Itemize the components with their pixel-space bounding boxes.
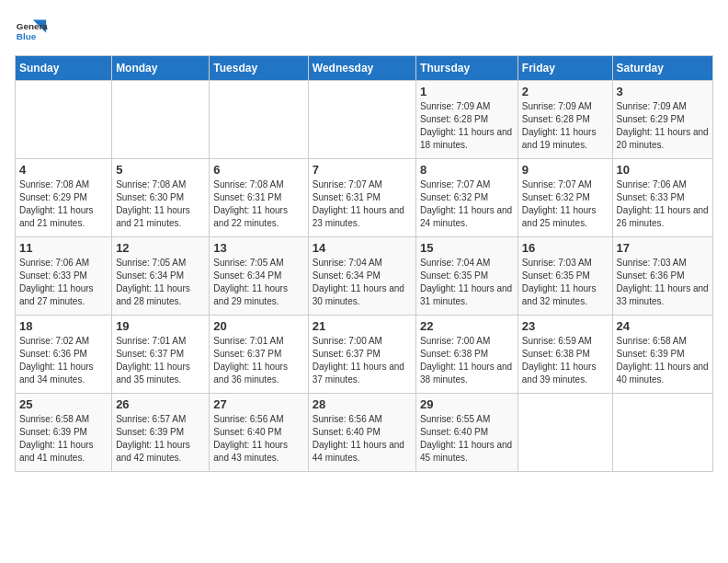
- day-cell: 8Sunrise: 7:07 AM Sunset: 6:32 PM Daylig…: [416, 159, 518, 237]
- day-info: Sunrise: 7:06 AM Sunset: 6:33 PM Dayligh…: [617, 178, 709, 230]
- day-number: 2: [522, 85, 609, 98]
- week-row-4: 18Sunrise: 7:02 AM Sunset: 6:36 PM Dayli…: [16, 316, 713, 394]
- day-number: 5: [116, 163, 205, 177]
- day-cell: 28Sunrise: 6:56 AM Sunset: 6:40 PM Dayli…: [308, 394, 415, 472]
- day-cell: 22Sunrise: 7:00 AM Sunset: 6:38 PM Dayli…: [416, 316, 518, 394]
- day-number: 4: [19, 163, 108, 177]
- column-header-thursday: Thursday: [416, 56, 518, 81]
- day-cell: 11Sunrise: 7:06 AM Sunset: 6:33 PM Dayli…: [16, 237, 112, 316]
- day-info: Sunrise: 7:04 AM Sunset: 6:35 PM Dayligh…: [420, 257, 514, 308]
- day-cell: 2Sunrise: 7:09 AM Sunset: 6:28 PM Daylig…: [518, 81, 612, 159]
- day-info: Sunrise: 7:00 AM Sunset: 6:38 PM Dayligh…: [420, 335, 514, 386]
- day-cell: 26Sunrise: 6:57 AM Sunset: 6:39 PM Dayli…: [112, 394, 210, 472]
- day-number: 10: [617, 163, 709, 177]
- day-cell: 27Sunrise: 6:56 AM Sunset: 6:40 PM Dayli…: [210, 394, 308, 472]
- day-info: Sunrise: 6:57 AM Sunset: 6:39 PM Dayligh…: [116, 413, 205, 465]
- day-cell: 9Sunrise: 7:07 AM Sunset: 6:32 PM Daylig…: [518, 159, 612, 237]
- day-cell: 20Sunrise: 7:01 AM Sunset: 6:37 PM Dayli…: [210, 316, 308, 394]
- day-number: 20: [213, 319, 303, 333]
- day-info: Sunrise: 7:05 AM Sunset: 6:34 PM Dayligh…: [116, 257, 205, 308]
- day-info: Sunrise: 7:00 AM Sunset: 6:37 PM Dayligh…: [313, 335, 412, 386]
- column-header-monday: Monday: [112, 56, 210, 81]
- day-info: Sunrise: 7:01 AM Sunset: 6:37 PM Dayligh…: [116, 335, 205, 386]
- day-info: Sunrise: 7:01 AM Sunset: 6:37 PM Dayligh…: [213, 335, 303, 386]
- day-cell: [210, 81, 308, 159]
- day-cell: 13Sunrise: 7:05 AM Sunset: 6:34 PM Dayli…: [210, 237, 308, 316]
- day-info: Sunrise: 7:09 AM Sunset: 6:28 PM Dayligh…: [420, 100, 514, 152]
- day-number: 24: [617, 319, 709, 333]
- day-number: 9: [522, 163, 609, 177]
- day-number: 6: [213, 163, 303, 177]
- day-info: Sunrise: 7:07 AM Sunset: 6:32 PM Dayligh…: [420, 178, 514, 230]
- day-cell: 24Sunrise: 6:58 AM Sunset: 6:39 PM Dayli…: [612, 316, 712, 394]
- calendar-table: SundayMondayTuesdayWednesdayThursdayFrid…: [15, 55, 713, 472]
- day-number: 3: [617, 85, 709, 98]
- day-cell: 3Sunrise: 7:09 AM Sunset: 6:29 PM Daylig…: [612, 81, 712, 159]
- day-info: Sunrise: 7:08 AM Sunset: 6:29 PM Dayligh…: [19, 178, 108, 230]
- day-info: Sunrise: 6:58 AM Sunset: 6:39 PM Dayligh…: [19, 413, 108, 465]
- day-cell: 12Sunrise: 7:05 AM Sunset: 6:34 PM Dayli…: [112, 237, 210, 316]
- day-number: 14: [313, 241, 412, 255]
- day-info: Sunrise: 6:55 AM Sunset: 6:40 PM Dayligh…: [420, 413, 514, 465]
- day-info: Sunrise: 7:04 AM Sunset: 6:34 PM Dayligh…: [313, 257, 412, 308]
- day-info: Sunrise: 7:08 AM Sunset: 6:31 PM Dayligh…: [213, 178, 303, 230]
- day-cell: [308, 81, 415, 159]
- day-cell: 15Sunrise: 7:04 AM Sunset: 6:35 PM Dayli…: [416, 237, 518, 316]
- day-info: Sunrise: 7:02 AM Sunset: 6:36 PM Dayligh…: [19, 335, 108, 386]
- day-number: 25: [19, 397, 108, 411]
- column-header-sunday: Sunday: [16, 56, 112, 81]
- day-number: 29: [420, 397, 514, 411]
- day-info: Sunrise: 7:06 AM Sunset: 6:33 PM Dayligh…: [19, 257, 108, 308]
- day-cell: 16Sunrise: 7:03 AM Sunset: 6:35 PM Dayli…: [518, 237, 612, 316]
- day-cell: [612, 394, 712, 472]
- day-info: Sunrise: 7:09 AM Sunset: 6:29 PM Dayligh…: [617, 100, 709, 152]
- day-cell: 29Sunrise: 6:55 AM Sunset: 6:40 PM Dayli…: [416, 394, 518, 472]
- day-number: 22: [420, 319, 514, 333]
- day-number: 17: [617, 241, 709, 255]
- day-number: 8: [420, 163, 514, 177]
- day-number: 28: [313, 397, 412, 411]
- day-number: 23: [522, 319, 609, 333]
- day-cell: 7Sunrise: 7:07 AM Sunset: 6:31 PM Daylig…: [308, 159, 415, 237]
- day-cell: 10Sunrise: 7:06 AM Sunset: 6:33 PM Dayli…: [612, 159, 712, 237]
- day-info: Sunrise: 6:56 AM Sunset: 6:40 PM Dayligh…: [313, 413, 412, 465]
- day-cell: 4Sunrise: 7:08 AM Sunset: 6:29 PM Daylig…: [16, 159, 112, 237]
- day-info: Sunrise: 7:03 AM Sunset: 6:36 PM Dayligh…: [617, 257, 709, 308]
- week-row-1: 1Sunrise: 7:09 AM Sunset: 6:28 PM Daylig…: [16, 81, 713, 159]
- day-cell: 17Sunrise: 7:03 AM Sunset: 6:36 PM Dayli…: [612, 237, 712, 316]
- day-number: 27: [213, 397, 303, 411]
- day-cell: 14Sunrise: 7:04 AM Sunset: 6:34 PM Dayli…: [308, 237, 415, 316]
- day-cell: 21Sunrise: 7:00 AM Sunset: 6:37 PM Dayli…: [308, 316, 415, 394]
- day-info: Sunrise: 7:08 AM Sunset: 6:30 PM Dayligh…: [116, 178, 205, 230]
- day-info: Sunrise: 7:07 AM Sunset: 6:32 PM Dayligh…: [522, 178, 609, 230]
- day-info: Sunrise: 6:59 AM Sunset: 6:38 PM Dayligh…: [522, 335, 609, 386]
- day-cell: [16, 81, 112, 159]
- day-info: Sunrise: 6:56 AM Sunset: 6:40 PM Dayligh…: [213, 413, 303, 465]
- column-header-wednesday: Wednesday: [308, 56, 415, 81]
- logo: General Blue: [15, 15, 51, 48]
- day-number: 19: [116, 319, 205, 333]
- header-row: SundayMondayTuesdayWednesdayThursdayFrid…: [16, 56, 713, 81]
- day-cell: [518, 394, 612, 472]
- column-header-friday: Friday: [518, 56, 612, 81]
- svg-text:General: General: [17, 21, 48, 31]
- day-number: 21: [313, 319, 412, 333]
- logo-icon: General Blue: [15, 15, 48, 48]
- day-number: 7: [313, 163, 412, 177]
- day-number: 16: [522, 241, 609, 255]
- day-cell: 19Sunrise: 7:01 AM Sunset: 6:37 PM Dayli…: [112, 316, 210, 394]
- day-info: Sunrise: 7:05 AM Sunset: 6:34 PM Dayligh…: [213, 257, 303, 308]
- svg-text:Blue: Blue: [17, 31, 37, 41]
- week-row-5: 25Sunrise: 6:58 AM Sunset: 6:39 PM Dayli…: [16, 394, 713, 472]
- day-cell: 23Sunrise: 6:59 AM Sunset: 6:38 PM Dayli…: [518, 316, 612, 394]
- day-cell: 25Sunrise: 6:58 AM Sunset: 6:39 PM Dayli…: [16, 394, 112, 472]
- day-info: Sunrise: 7:09 AM Sunset: 6:28 PM Dayligh…: [522, 100, 609, 152]
- day-cell: 1Sunrise: 7:09 AM Sunset: 6:28 PM Daylig…: [416, 81, 518, 159]
- day-cell: 18Sunrise: 7:02 AM Sunset: 6:36 PM Dayli…: [16, 316, 112, 394]
- day-number: 11: [19, 241, 108, 255]
- week-row-3: 11Sunrise: 7:06 AM Sunset: 6:33 PM Dayli…: [16, 237, 713, 316]
- page-header: General Blue: [15, 15, 713, 48]
- day-info: Sunrise: 7:07 AM Sunset: 6:31 PM Dayligh…: [313, 178, 412, 230]
- column-header-saturday: Saturday: [612, 56, 712, 81]
- day-info: Sunrise: 6:58 AM Sunset: 6:39 PM Dayligh…: [617, 335, 709, 386]
